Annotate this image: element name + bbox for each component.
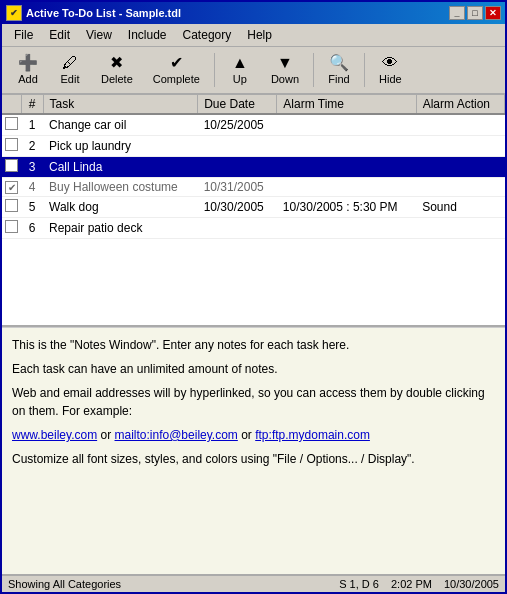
minimize-button[interactable]: _ xyxy=(449,6,465,20)
row-alarm-time xyxy=(277,218,416,239)
row-alarm-action xyxy=(416,178,504,197)
menu-bar: File Edit View Include Category Help xyxy=(2,24,505,47)
hide-icon: 👁 xyxy=(382,55,398,71)
menu-include[interactable]: Include xyxy=(120,26,175,44)
status-categories: Showing All Categories xyxy=(8,578,121,590)
notes-links: www.beiley.com or mailto:info@beiley.com… xyxy=(12,426,495,444)
row-task: Call Linda xyxy=(43,157,198,178)
row-task: Buy Halloween costume xyxy=(43,178,198,197)
checkbox-icon[interactable] xyxy=(5,159,18,172)
row-due-date: 10/30/2005 xyxy=(198,197,277,218)
delete-button[interactable]: ✖ Delete xyxy=(92,51,142,89)
row-due-date xyxy=(198,157,277,178)
row-checkbox[interactable] xyxy=(2,136,21,157)
complete-icon: ✔ xyxy=(170,55,183,71)
checkbox-icon[interactable] xyxy=(5,117,18,130)
status-counts: S 1, D 6 xyxy=(339,578,379,590)
menu-edit[interactable]: Edit xyxy=(41,26,78,44)
col-header-due: Due Date xyxy=(198,95,277,114)
row-checkbox[interactable] xyxy=(2,157,21,178)
row-alarm-time: 10/30/2005 : 5:30 PM xyxy=(277,197,416,218)
link-website[interactable]: www.beiley.com xyxy=(12,428,97,442)
row-number: 2 xyxy=(21,136,43,157)
menu-category[interactable]: Category xyxy=(175,26,240,44)
row-alarm-time xyxy=(277,157,416,178)
row-checkbox[interactable] xyxy=(2,114,21,136)
checkbox-icon[interactable] xyxy=(5,199,18,212)
up-label: Up xyxy=(233,73,247,85)
complete-button[interactable]: ✔ Complete xyxy=(144,51,209,89)
checkbox-icon[interactable]: ✔ xyxy=(5,181,18,194)
col-header-check xyxy=(2,95,21,114)
row-task: Pick up laundry xyxy=(43,136,198,157)
status-date: 10/30/2005 xyxy=(444,578,499,590)
row-number: 1 xyxy=(21,114,43,136)
edit-button[interactable]: 🖊 Edit xyxy=(50,51,90,89)
col-header-task: Task xyxy=(43,95,198,114)
menu-file[interactable]: File xyxy=(6,26,41,44)
row-alarm-time xyxy=(277,178,416,197)
row-number: 6 xyxy=(21,218,43,239)
main-window: ✔ Active To-Do List - Sample.tdl _ □ ✕ F… xyxy=(0,0,507,594)
table-row[interactable]: 2Pick up laundry xyxy=(2,136,505,157)
main-area: # Task Due Date Alarm Time Alarm Action … xyxy=(2,95,505,574)
notes-line-1: This is the "Notes Window". Enter any no… xyxy=(12,336,495,354)
maximize-button[interactable]: □ xyxy=(467,6,483,20)
up-icon: ▲ xyxy=(232,55,248,71)
status-bar: Showing All Categories S 1, D 6 2:02 PM … xyxy=(2,574,505,592)
close-button[interactable]: ✕ xyxy=(485,6,501,20)
row-number: 3 xyxy=(21,157,43,178)
table-row[interactable]: 6Repair patio deck xyxy=(2,218,505,239)
row-due-date xyxy=(198,136,277,157)
notes-line-4: Customize all font sizes, styles, and co… xyxy=(12,450,495,468)
row-checkbox[interactable]: ✔ xyxy=(2,178,21,197)
find-button[interactable]: 🔍 Find xyxy=(319,51,359,89)
checkbox-icon[interactable] xyxy=(5,220,18,233)
task-list-section: # Task Due Date Alarm Time Alarm Action … xyxy=(2,95,505,327)
col-header-alarm: Alarm Time xyxy=(277,95,416,114)
row-task: Walk dog xyxy=(43,197,198,218)
status-right: S 1, D 6 2:02 PM 10/30/2005 xyxy=(339,578,499,590)
up-button[interactable]: ▲ Up xyxy=(220,51,260,89)
checkbox-icon[interactable] xyxy=(5,138,18,151)
row-alarm-action xyxy=(416,157,504,178)
window-title: Active To-Do List - Sample.tdl xyxy=(26,7,181,19)
row-task: Repair patio deck xyxy=(43,218,198,239)
row-alarm-time xyxy=(277,114,416,136)
add-button[interactable]: ➕ Add xyxy=(8,51,48,89)
row-checkbox[interactable] xyxy=(2,197,21,218)
row-due-date: 10/31/2005 xyxy=(198,178,277,197)
row-due-date xyxy=(198,218,277,239)
notes-line-2: Each task can have an unlimited amount o… xyxy=(12,360,495,378)
task-table: # Task Due Date Alarm Time Alarm Action … xyxy=(2,95,505,239)
row-task: Change car oil xyxy=(43,114,198,136)
down-label: Down xyxy=(271,73,299,85)
table-row[interactable]: 3Call Linda xyxy=(2,157,505,178)
notes-line-3: Web and email addresses will by hyperlin… xyxy=(12,384,495,420)
link-ftp[interactable]: ftp:ftp.mydomain.com xyxy=(255,428,370,442)
row-due-date: 10/25/2005 xyxy=(198,114,277,136)
complete-label: Complete xyxy=(153,73,200,85)
add-icon: ➕ xyxy=(18,55,38,71)
status-time: 2:02 PM xyxy=(391,578,432,590)
hide-label: Hide xyxy=(379,73,402,85)
toolbar-separator-3 xyxy=(364,53,365,87)
add-label: Add xyxy=(18,73,38,85)
table-row[interactable]: 5Walk dog10/30/200510/30/2005 : 5:30 PMS… xyxy=(2,197,505,218)
row-checkbox[interactable] xyxy=(2,218,21,239)
menu-view[interactable]: View xyxy=(78,26,120,44)
notes-or-1: or xyxy=(100,428,114,442)
table-row[interactable]: 1Change car oil10/25/2005 xyxy=(2,114,505,136)
table-row[interactable]: ✔4Buy Halloween costume10/31/2005 xyxy=(2,178,505,197)
down-icon: ▼ xyxy=(277,55,293,71)
edit-label: Edit xyxy=(61,73,80,85)
hide-button[interactable]: 👁 Hide xyxy=(370,51,411,89)
toolbar: ➕ Add 🖊 Edit ✖ Delete ✔ Complete ▲ Up ▼ … xyxy=(2,47,505,95)
row-number: 4 xyxy=(21,178,43,197)
notes-section: This is the "Notes Window". Enter any no… xyxy=(2,327,505,574)
menu-help[interactable]: Help xyxy=(239,26,280,44)
link-email[interactable]: mailto:info@beiley.com xyxy=(115,428,238,442)
down-button[interactable]: ▼ Down xyxy=(262,51,308,89)
toolbar-separator-2 xyxy=(313,53,314,87)
row-alarm-action xyxy=(416,218,504,239)
